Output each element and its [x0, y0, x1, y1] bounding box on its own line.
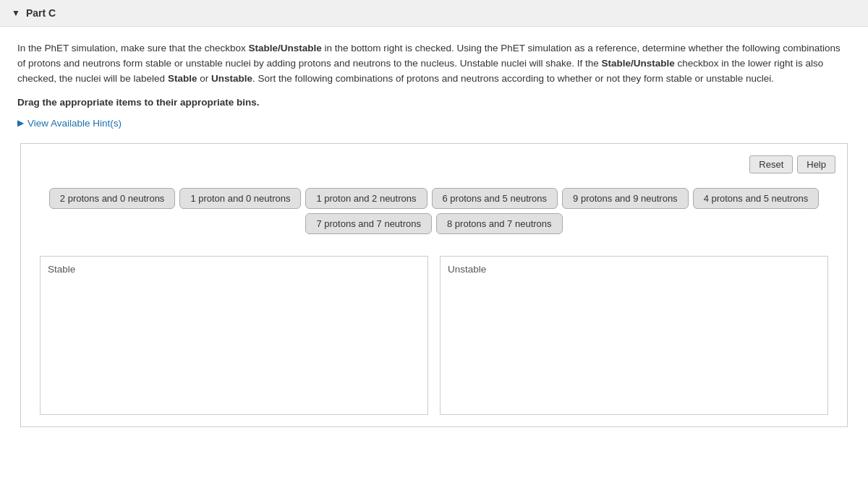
help-button[interactable]: Help — [797, 155, 835, 173]
page-container: ▼ Part C In the PhET simulation, make su… — [0, 0, 868, 485]
draggable-item[interactable]: 8 protons and 7 neutrons — [436, 213, 563, 234]
chevron-icon: ▼ — [12, 8, 20, 18]
draggable-item[interactable]: 1 proton and 0 neutrons — [179, 188, 301, 209]
hint-arrow-icon: ▶ — [17, 118, 24, 128]
content-area: In the PhET simulation, make sure that t… — [0, 27, 868, 442]
description-text: In the PhET simulation, make sure that t… — [17, 41, 851, 87]
part-header: ▼ Part C — [0, 0, 868, 27]
panel-toolbar: Reset Help — [33, 155, 835, 173]
hint-link-label: View Available Hint(s) — [27, 118, 122, 129]
hint-link[interactable]: ▶ View Available Hint(s) — [17, 118, 851, 129]
reset-button[interactable]: Reset — [749, 155, 793, 173]
stable-drop-zone[interactable]: Stable — [40, 256, 428, 415]
drop-zones: Stable Unstable — [33, 256, 835, 415]
stable-label: Stable — [48, 264, 420, 275]
unstable-label: Unstable — [448, 264, 820, 275]
instruction-text: Drag the appropriate items to their appr… — [17, 97, 851, 108]
draggable-item[interactable]: 2 protons and 0 neutrons — [49, 188, 176, 209]
part-title: Part C — [26, 7, 56, 19]
draggable-item[interactable]: 9 protons and 9 neutrons — [562, 188, 689, 209]
draggable-item[interactable]: 1 proton and 2 neutrons — [305, 188, 427, 209]
unstable-drop-zone[interactable]: Unstable — [440, 256, 828, 415]
draggable-items-area: 2 protons and 0 neutrons 1 proton and 0 … — [33, 188, 835, 234]
draggable-item[interactable]: 4 protons and 5 neutrons — [693, 188, 820, 209]
interactive-panel: Reset Help 2 protons and 0 neutrons 1 pr… — [20, 143, 848, 427]
draggable-item[interactable]: 6 protons and 5 neutrons — [432, 188, 558, 209]
draggable-item[interactable]: 7 protons and 7 neutrons — [305, 213, 432, 234]
